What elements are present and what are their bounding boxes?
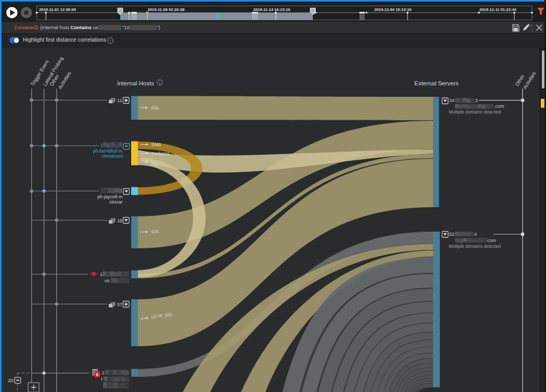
svg-text:ph-jaycell-m: ph-jaycell-m bbox=[97, 194, 123, 199]
svg-text:52: 52 bbox=[449, 232, 454, 237]
svg-text:2019-11-01 12:30:00: 2019-11-01 12:30:00 bbox=[39, 7, 76, 12]
svg-text:3: 3 bbox=[475, 98, 478, 103]
svg-text:SMB: SMB bbox=[151, 142, 161, 147]
svg-text:Kerberos: Kerberos bbox=[151, 151, 170, 156]
svg-text:SSL: SSL bbox=[151, 229, 160, 234]
svg-text:57: 57 bbox=[117, 302, 122, 307]
svg-text:Activities: Activities bbox=[522, 70, 537, 90]
svg-text:christinem: christinem bbox=[102, 154, 123, 159]
svg-text:11: 11 bbox=[117, 98, 122, 103]
svg-text:i: i bbox=[159, 81, 160, 85]
svg-text:SSL: SSL bbox=[151, 105, 159, 110]
svg-text:ninoar: ninoar bbox=[109, 199, 122, 205]
svg-text:1: 1 bbox=[100, 272, 103, 277]
svg-text:Internal Hosts: Internal Hosts bbox=[117, 80, 154, 86]
svg-text:t: t bbox=[101, 376, 103, 382]
svg-text:2019-11-14 16:23:16: 2019-11-14 16:23:16 bbox=[253, 7, 290, 12]
svg-text:6: 6 bbox=[96, 372, 98, 377]
svg-text:.com: .com bbox=[494, 104, 504, 109]
svg-text:us.: us. bbox=[105, 278, 111, 283]
svg-text:34: 34 bbox=[449, 98, 454, 103]
svg-text:18: 18 bbox=[117, 218, 122, 223]
svg-text:Multiple domains detected: Multiple domains detected bbox=[449, 109, 501, 115]
svg-text:ph-benidictl-m: ph-benidictl-m bbox=[93, 148, 123, 154]
svg-text:2019-12-11 01:22:44: 2019-12-11 01:22:44 bbox=[479, 7, 517, 12]
svg-text:1: 1 bbox=[100, 143, 103, 148]
svg-text:2019-11-08 02:26:38: 2019-11-08 02:26:38 bbox=[148, 7, 185, 12]
svg-text:Multiple domains detected: Multiple domains detected bbox=[449, 244, 501, 249]
svg-text:4: 4 bbox=[474, 232, 477, 237]
svg-text:1: 1 bbox=[101, 370, 104, 375]
svg-text:External Servers: External Servers bbox=[414, 80, 459, 86]
svg-text:com: com bbox=[487, 238, 496, 243]
svg-text:20: 20 bbox=[8, 377, 14, 383]
svg-text:2019-12-04 10:13:10: 2019-12-04 10:13:10 bbox=[374, 7, 411, 12]
svg-text:Activities: Activities bbox=[57, 70, 72, 90]
